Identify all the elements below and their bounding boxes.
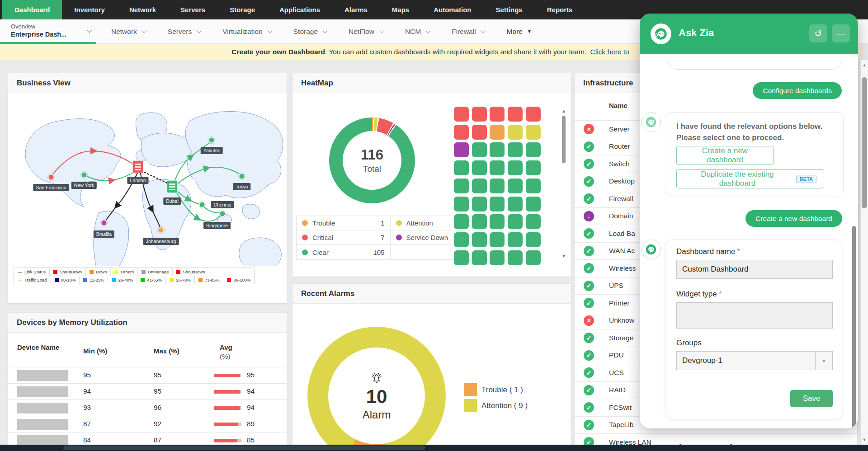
- nav-item-automation[interactable]: Automation: [421, 0, 483, 19]
- heatmap-cell[interactable]: [508, 107, 523, 122]
- heatmap-cell[interactable]: [526, 214, 541, 229]
- zia-scroll-thumb[interactable]: [852, 226, 856, 428]
- page-scroll-up-icon[interactable]: ▲: [861, 63, 868, 67]
- map-node-chennai[interactable]: [199, 202, 206, 208]
- page-scroll-down-icon[interactable]: ▼: [861, 437, 868, 442]
- tab-storage[interactable]: Storage: [278, 19, 333, 44]
- tab-servers[interactable]: Servers: [152, 19, 207, 44]
- heatmap-cell[interactable]: [454, 250, 469, 265]
- heatmap-cell[interactable]: [508, 142, 523, 157]
- heatmap-cell[interactable]: [526, 160, 541, 175]
- scroll-down-icon[interactable]: ▼: [561, 254, 567, 258]
- heatmap-cell[interactable]: [454, 197, 469, 211]
- heatmap-cell[interactable]: [490, 214, 505, 229]
- duplicate-dashboard-option[interactable]: Duplicate the existing dashboard BETA: [676, 169, 824, 188]
- heatmap-cell[interactable]: [472, 125, 487, 140]
- heatmap-cell[interactable]: [472, 232, 487, 247]
- map-node-tokyo[interactable]: [239, 173, 245, 180]
- banner-click-here-link[interactable]: Click here to: [590, 48, 629, 56]
- nav-item-settings[interactable]: Settings: [484, 0, 535, 19]
- heatmap-cell[interactable]: [454, 214, 469, 229]
- heatmap-cell[interactable]: [526, 197, 541, 211]
- heatmap-cell[interactable]: [490, 107, 505, 122]
- page-scrollbar[interactable]: ▲ ▼: [860, 60, 868, 445]
- page-scroll-thumb[interactable]: [862, 77, 867, 208]
- heatmap-cell[interactable]: [490, 160, 505, 175]
- zia-reset-button[interactable]: ↺: [809, 24, 827, 42]
- tab-overview-enterprise[interactable]: Overview Enterprise Dash...: [0, 19, 96, 44]
- tab-firewall[interactable]: Firewall: [436, 19, 491, 44]
- tab-ncm[interactable]: NCM: [390, 19, 436, 44]
- heatmap-cell[interactable]: [526, 250, 541, 265]
- heatmap-cell[interactable]: [508, 214, 523, 229]
- heatmap-cell[interactable]: [472, 214, 487, 229]
- dashboard-name-input[interactable]: [676, 260, 833, 279]
- dropdown-caret-icon[interactable]: ▼: [815, 352, 832, 370]
- heatmap-scroll-thumb[interactable]: [562, 116, 566, 163]
- configure-dashboards-button[interactable]: Configure dashboards: [753, 82, 842, 99]
- heatmap-cell[interactable]: [454, 160, 469, 175]
- heatmap-cell[interactable]: [490, 142, 505, 157]
- heatmap-cell[interactable]: [454, 232, 469, 247]
- heatmap-cell[interactable]: [526, 179, 541, 193]
- nav-item-applications[interactable]: Applications: [267, 0, 332, 19]
- heatmap-cell[interactable]: [526, 125, 541, 140]
- horizontal-scrollbar[interactable]: [0, 445, 868, 451]
- nav-item-dashboard[interactable]: Dashboard: [2, 0, 62, 19]
- heatmap-cell[interactable]: [472, 142, 487, 157]
- nav-item-reports[interactable]: Reports: [535, 0, 585, 19]
- save-button[interactable]: Save: [790, 390, 833, 407]
- heatmap-cell[interactable]: [472, 107, 487, 122]
- tab-network[interactable]: Network: [96, 19, 152, 44]
- map-node-singapore[interactable]: [219, 211, 226, 217]
- heatmap-cell[interactable]: [508, 250, 523, 265]
- map-node-san-francisco[interactable]: [48, 174, 55, 181]
- map-node-london[interactable]: [132, 160, 143, 173]
- scroll-up-icon[interactable]: ▲: [561, 108, 567, 113]
- heatmap-cell[interactable]: [472, 160, 487, 175]
- heatmap-cell[interactable]: [454, 179, 469, 193]
- map-node-johannesburg[interactable]: [158, 227, 165, 234]
- map-node-brasilia[interactable]: [101, 220, 108, 226]
- memory-table-row[interactable]: 939694: [8, 399, 287, 416]
- create-new-dashboard-option[interactable]: Create a new dashboard: [676, 146, 774, 165]
- groups-select[interactable]: Devgroup-1 ▼: [676, 351, 833, 370]
- heatmap-cell[interactable]: [490, 250, 505, 265]
- heatmap-cell[interactable]: [490, 232, 505, 247]
- heatmap-cell[interactable]: [472, 197, 487, 211]
- heatmap-cell[interactable]: [526, 107, 541, 122]
- tab-virtualization[interactable]: Virtualization: [207, 19, 278, 44]
- heatmap-cell[interactable]: [454, 142, 469, 157]
- heatmap-cell[interactable]: [526, 232, 541, 247]
- heatmap-cell[interactable]: [472, 179, 487, 193]
- zia-minimize-button[interactable]: —: [832, 24, 850, 42]
- heatmap-cell[interactable]: [508, 232, 523, 247]
- nav-item-network[interactable]: Network: [117, 0, 168, 19]
- horizontal-scroll-thumb[interactable]: [63, 446, 425, 450]
- heatmap-scrollbar[interactable]: ▲ ▼: [561, 108, 567, 258]
- map-node-yakutsk[interactable]: [208, 137, 215, 144]
- nav-item-storage[interactable]: Storage: [217, 0, 267, 19]
- heatmap-cell[interactable]: [490, 125, 505, 140]
- heatmap-cell[interactable]: [508, 125, 523, 140]
- memory-table-row[interactable]: 949594: [8, 383, 287, 399]
- nav-item-inventory[interactable]: Inventory: [62, 0, 117, 19]
- zia-scrollbar[interactable]: [852, 58, 856, 425]
- nav-item-servers[interactable]: Servers: [168, 0, 217, 19]
- heatmap-cell[interactable]: [472, 250, 487, 265]
- heatmap-cell[interactable]: [508, 197, 523, 211]
- heatmap-cell[interactable]: [454, 107, 469, 122]
- map-node-new-york[interactable]: [81, 172, 88, 179]
- memory-table-row[interactable]: 959595: [8, 367, 287, 383]
- tab-netflow[interactable]: NetFlow: [333, 19, 390, 44]
- memory-table-row[interactable]: 879289: [8, 416, 287, 432]
- heatmap-cell[interactable]: [508, 179, 523, 193]
- widget-type-input[interactable]: [676, 302, 833, 329]
- tab-more[interactable]: More ▼: [491, 19, 538, 44]
- selected-reply-pill[interactable]: Create a new dashboard: [745, 210, 842, 227]
- map-node-dubai[interactable]: [167, 180, 178, 193]
- heatmap-cell[interactable]: [490, 179, 505, 193]
- heatmap-cell[interactable]: [526, 142, 541, 157]
- heatmap-cell[interactable]: [454, 125, 469, 140]
- heatmap-cell[interactable]: [508, 160, 523, 175]
